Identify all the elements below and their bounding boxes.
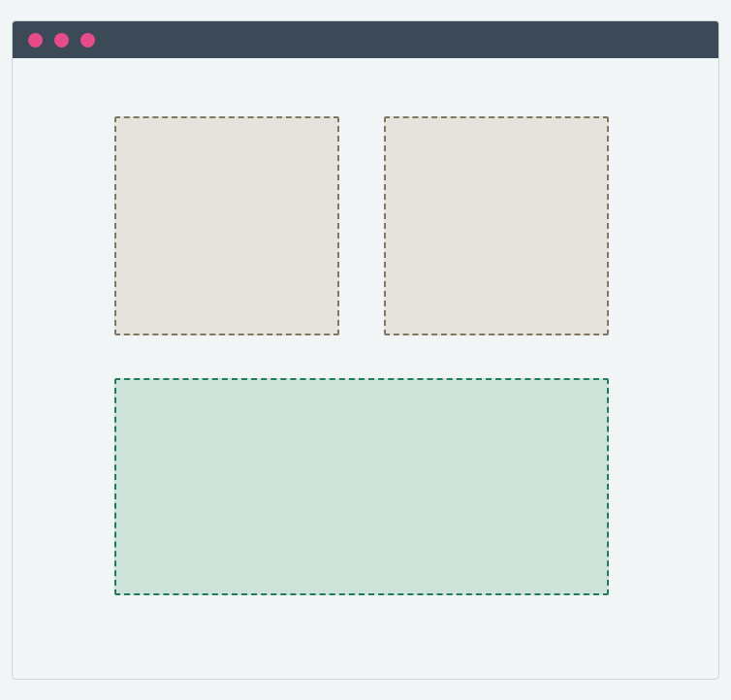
layout-box-top-right <box>384 116 609 335</box>
browser-window <box>12 20 719 680</box>
window-control-dot[interactable] <box>80 33 95 48</box>
window-control-dot[interactable] <box>28 33 43 48</box>
layout-box-bottom <box>114 378 609 595</box>
window-titlebar <box>13 21 718 58</box>
window-control-dot[interactable] <box>54 33 69 48</box>
layout-row-top <box>114 116 617 335</box>
layout-box-top-left <box>114 116 339 335</box>
window-content <box>13 58 718 679</box>
